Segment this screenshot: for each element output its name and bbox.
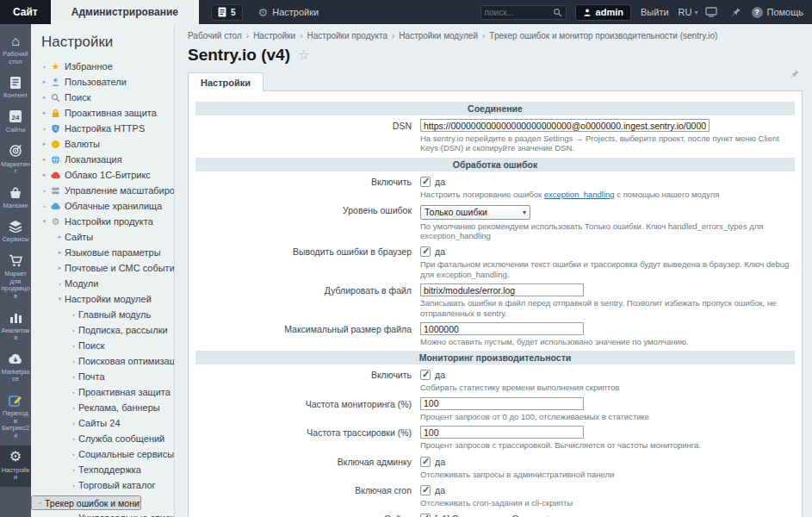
sidebar-item[interactable]: ▪Облачные хранилища xyxy=(31,198,174,214)
sidebar-item[interactable]: ▪★Избранное xyxy=(31,59,174,74)
favorite-star-icon[interactable]: ☆ xyxy=(298,47,309,63)
field-label: Частота трассировки (%) xyxy=(195,426,420,451)
admin-tab[interactable]: Администрирование xyxy=(51,0,199,24)
bullet-icon: ▪ xyxy=(69,358,78,364)
sidebar-item-label: Проактивная защита xyxy=(65,108,157,118)
duplicate-file-input[interactable] xyxy=(420,283,584,296)
site-tab[interactable]: Сайт xyxy=(0,0,51,24)
rail-item-10[interactable]: Переход в Битрикс24 xyxy=(0,389,31,445)
breadcrumb-item[interactable]: Настройки xyxy=(253,31,295,40)
user-icon xyxy=(583,8,592,17)
desktop-view-icon[interactable] xyxy=(705,0,717,24)
include-admin-checkbox[interactable] xyxy=(420,457,431,467)
sidebar-item[interactable]: ▪Служба сообщений xyxy=(31,431,174,446)
dsn-input[interactable] xyxy=(420,119,710,132)
error-level-select[interactable]: Только ошибки▾ xyxy=(420,205,530,220)
sidebar-item[interactable]: ▸Пользователи xyxy=(31,74,174,90)
pin-icon[interactable] xyxy=(731,0,741,24)
rail-item-7[interactable]: Маркет для продавцов xyxy=(0,249,31,306)
sidebar-item-label: Управление масштабированием xyxy=(65,185,174,196)
field-label: Включить xyxy=(195,175,420,200)
sidebar-item[interactable]: ▪Универсальные списки xyxy=(31,510,174,517)
search-icon xyxy=(49,93,62,103)
exception-handling-link[interactable]: exception_handling xyxy=(544,190,615,199)
topbar-settings-button[interactable]: ⚙ Настройки xyxy=(258,0,319,24)
topbar-settings-label: Настройки xyxy=(272,7,319,17)
sidebar-item-label: Техподдержка xyxy=(78,464,141,475)
sidebar-item[interactable]: ▾Настройки модулей xyxy=(31,291,174,307)
sidebar-item[interactable]: ▸Валюты xyxy=(31,136,174,152)
rail-item-2[interactable]: Контент xyxy=(0,71,31,105)
checkbox-label: да xyxy=(435,457,445,467)
sidebar-item[interactable]: ▪Почта xyxy=(31,369,174,384)
field-label: Выводить ошибки в браузер xyxy=(195,245,420,280)
bullet-icon: ▪ xyxy=(40,64,49,70)
sidebar-item[interactable]: ▸Облако 1С-Битрикс xyxy=(31,167,174,183)
search-icon[interactable] xyxy=(553,8,562,17)
sidebar-item-label: Проактивная защита xyxy=(78,387,170,397)
sidebar-item[interactable]: ▸Сайты xyxy=(31,229,174,245)
tab-settings[interactable]: Настройки xyxy=(188,72,263,91)
chevron-down-icon: ▾ xyxy=(694,9,697,16)
sidebar-item[interactable]: ▪Сайты 24 xyxy=(31,415,174,431)
sidebar-item[interactable]: ▪Главный модуль xyxy=(31,307,174,322)
chevron-down-icon: ▾ xyxy=(40,218,49,225)
rail-item-5[interactable]: Магазин xyxy=(0,181,31,215)
rail-item-9[interactable]: Marketplace xyxy=(0,347,31,389)
breadcrumb-item[interactable]: Настройки модулей xyxy=(399,31,478,40)
sidebar-item[interactable]: ▪Техподдержка xyxy=(31,462,174,477)
help-button[interactable]: ? Помощь xyxy=(752,0,804,24)
enable-monitoring-checkbox[interactable] xyxy=(420,370,431,380)
show-errors-browser-checkbox[interactable] xyxy=(420,246,431,257)
sidebar-item[interactable]: ▪Торговый каталог xyxy=(31,477,174,493)
sidebar-item[interactable]: ▸Почтовые и СМС события xyxy=(31,260,174,276)
enable-errors-checkbox[interactable] xyxy=(420,177,431,187)
sidebar-item[interactable]: ▸Языковые параметры xyxy=(31,245,174,260)
sidebar-item-label: Валюты xyxy=(65,139,100,149)
rail-item-11[interactable]: ⚙Настройки xyxy=(0,445,31,487)
sidebar-item[interactable]: ▪Реклама, баннеры xyxy=(31,400,174,415)
sidebar-item[interactable]: ▪Поисковая оптимизация xyxy=(31,353,174,369)
language-select[interactable]: RU ▾ xyxy=(679,0,698,24)
breadcrumb-item[interactable]: Настройки продукта xyxy=(307,31,387,40)
rail-item-6[interactable]: Сервисы xyxy=(0,215,31,249)
sidebar-item[interactable]: ▪Управление масштабированием xyxy=(31,183,174,198)
section-header: Мониторинг производительности xyxy=(195,351,795,364)
breadcrumb-item[interactable]: Рабочий стол xyxy=(188,31,242,40)
bullet-icon: ▪ xyxy=(40,188,49,194)
sidebar-item[interactable]: ▪Подписка, рассылки xyxy=(31,322,174,338)
sidebar-item[interactable]: ▸Поиск xyxy=(31,90,174,105)
max-file-size-input[interactable] xyxy=(420,322,584,335)
sidebar-item[interactable]: ▾⚙Настройки продукта xyxy=(31,214,174,229)
breadcrumb-separator: › xyxy=(246,31,249,40)
sidebar-item-label: Избранное xyxy=(65,61,113,72)
sidebar-item-label: Пользователи xyxy=(65,77,127,87)
monitoring-rate-input[interactable] xyxy=(420,397,584,410)
sidebar-item[interactable]: ▸Проактивная защита xyxy=(31,105,174,121)
notifications-button[interactable]: 5 xyxy=(211,4,243,21)
rail-item-1[interactable]: ⌂Рабочий стол xyxy=(0,29,31,71)
search-input[interactable] xyxy=(485,8,553,17)
sidebar-item[interactable]: ▪Поиск xyxy=(31,338,174,353)
sites-1-checkbox[interactable] xyxy=(420,514,431,517)
sidebar-item-label: Главный модуль xyxy=(78,309,151,320)
left-rail: ⌂Рабочий столКонтент24СайтыМаркетингМага… xyxy=(0,24,31,517)
include-cron-checkbox[interactable] xyxy=(420,485,431,495)
sidebar-item[interactable]: ▪Модули xyxy=(31,276,174,291)
bullet-icon: ▪ xyxy=(69,436,78,442)
sidebar-item[interactable]: ▪SНастройка HTTPS xyxy=(31,121,174,136)
tracing-rate-input[interactable] xyxy=(420,426,584,439)
sidebar-item[interactable]: ▪Социальные сервисы xyxy=(31,446,174,462)
field-help-text: Процент запросов от 0 до 100, отслеживае… xyxy=(420,412,795,421)
sidebar-item[interactable]: ▪Трекер ошибок и монитор производите xyxy=(31,495,141,510)
rail-item-4[interactable]: Маркетинг xyxy=(0,140,31,181)
title-row: Sentry.io (v4) ☆ xyxy=(188,46,803,65)
rail-item-3[interactable]: 24Сайты xyxy=(0,105,31,140)
sidebar-item[interactable]: ▪Проактивная защита xyxy=(31,384,174,400)
sidebar-item[interactable]: ▸Локализация xyxy=(31,152,174,167)
globe-icon xyxy=(49,155,62,165)
rail-item-8[interactable]: Аналитика xyxy=(0,306,31,347)
breadcrumb: Рабочий стол›Настройки›Настройки продукт… xyxy=(188,24,803,40)
user-button[interactable]: admin xyxy=(575,4,631,21)
logout-link[interactable]: Выйти xyxy=(641,0,669,24)
